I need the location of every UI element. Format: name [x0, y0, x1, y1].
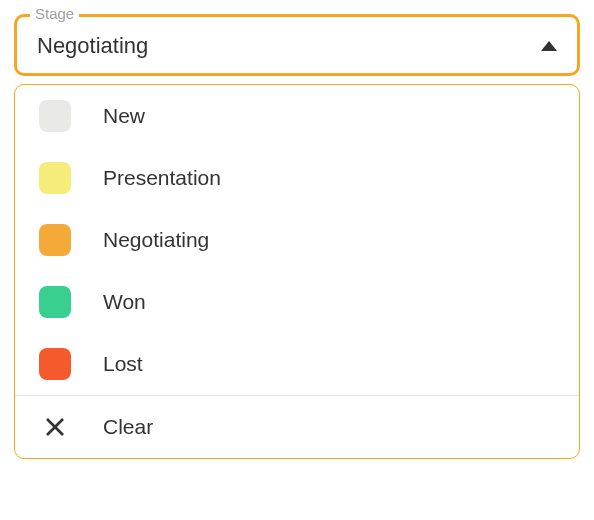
swatch-icon: [39, 224, 71, 256]
field-label: Stage: [30, 5, 79, 22]
swatch-icon: [39, 286, 71, 318]
swatch-icon: [39, 348, 71, 380]
close-icon: [39, 411, 71, 443]
swatch-icon: [39, 162, 71, 194]
option-label: New: [103, 104, 145, 128]
option-lost[interactable]: Lost: [15, 333, 579, 395]
option-negotiating[interactable]: Negotiating: [15, 209, 579, 271]
option-label: Presentation: [103, 166, 221, 190]
option-label: Lost: [103, 352, 143, 376]
option-won[interactable]: Won: [15, 271, 579, 333]
stage-select[interactable]: Negotiating: [14, 14, 580, 76]
selected-value: Negotiating: [37, 33, 148, 59]
option-label: Negotiating: [103, 228, 209, 252]
chevron-up-icon: [541, 41, 557, 51]
option-clear[interactable]: Clear: [15, 396, 579, 458]
option-label: Won: [103, 290, 146, 314]
option-new[interactable]: New: [15, 85, 579, 147]
stage-dropdown: New Presentation Negotiating Won Lost Cl…: [14, 84, 580, 459]
clear-label: Clear: [103, 415, 153, 439]
option-presentation[interactable]: Presentation: [15, 147, 579, 209]
swatch-icon: [39, 100, 71, 132]
